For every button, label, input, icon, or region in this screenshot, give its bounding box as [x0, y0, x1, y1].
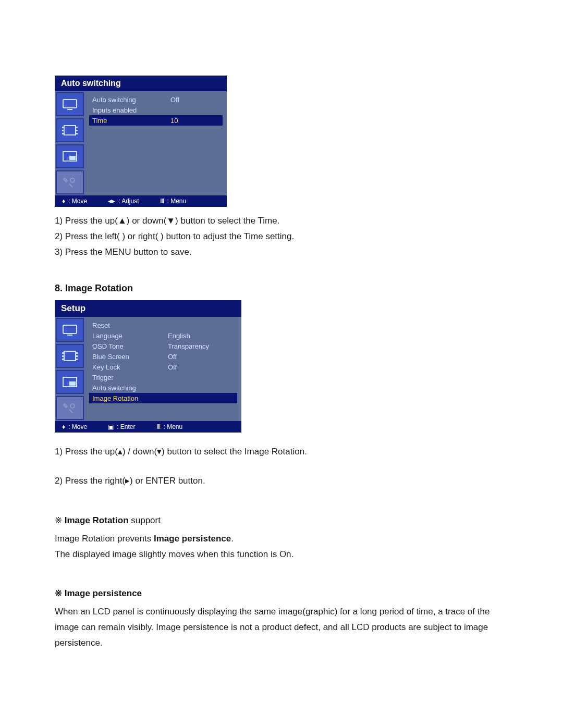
svg-rect-12: [67, 335, 72, 336]
menu-value: Off: [170, 96, 219, 104]
pip-icon: [62, 376, 78, 388]
footer-menu: : Menu: [164, 423, 183, 430]
monitor-icon: [62, 98, 78, 110]
svg-rect-19: [76, 359, 78, 360]
updown-icon: ♦: [62, 423, 65, 430]
section-heading: 8. Image Rotation: [55, 283, 511, 294]
menu-icon: Ⅲ: [160, 198, 164, 205]
svg-rect-10: [69, 156, 76, 160]
menu-row[interactable]: Key LockOff: [89, 362, 237, 372]
menu-row[interactable]: Auto switching: [89, 382, 237, 393]
menu-label: Inputs enabled: [92, 106, 170, 114]
footer-enter: : Enter: [117, 423, 135, 430]
note-prefix: ※: [55, 515, 65, 525]
menu-label: Trigger: [92, 374, 168, 381]
svg-rect-5: [62, 133, 64, 134]
note-body: When an LCD panel is continuously displa…: [55, 604, 511, 650]
instruction-line: 2) Press the right(▸) or ENTER button.: [55, 473, 511, 489]
osd-tab-pip[interactable]: [56, 370, 84, 394]
menu-row[interactable]: Image Rotation: [89, 393, 237, 403]
osd-menu-list: Auto switchingOff Inputs enabled Time10: [85, 91, 227, 195]
osd-tab-picture[interactable]: [56, 318, 84, 342]
instructions-block-1: 1) Press the up(▲) or down(▼) button to …: [55, 213, 511, 260]
osd-tab-setup[interactable]: [56, 396, 84, 420]
footer-move: : Move: [68, 198, 87, 205]
svg-rect-3: [62, 127, 64, 128]
instruction-line: 1) Press the up(▲) or down(▼) button to …: [55, 213, 511, 229]
osd-tab-video[interactable]: [56, 118, 84, 142]
menu-label: OSD Tone: [92, 342, 168, 350]
note-suffix: support: [129, 515, 161, 525]
osd-footer: ♦: Move ◀▶: Adjust Ⅲ: Menu: [55, 195, 227, 207]
updown-icon: ♦: [62, 198, 65, 205]
note-body: Image Rotation prevents Image persistenc…: [55, 531, 511, 562]
osd-sidebar: [55, 317, 85, 421]
footer-menu: : Menu: [167, 198, 187, 205]
menu-row[interactable]: Time10: [89, 115, 223, 126]
menu-value: Off: [168, 363, 234, 371]
footer-move: : Move: [68, 423, 87, 430]
svg-rect-7: [76, 130, 78, 131]
osd-tab-setup[interactable]: [56, 170, 84, 194]
tools-icon: [62, 177, 78, 188]
menu-label: Blue Screen: [92, 353, 168, 361]
menu-label: Image Rotation: [92, 394, 168, 402]
menu-row[interactable]: Blue ScreenOff: [89, 351, 237, 362]
svg-rect-2: [64, 126, 76, 135]
osd-footer: ♦: Move ▣: Enter Ⅲ: Menu: [55, 421, 241, 433]
osd-tab-video[interactable]: [56, 344, 84, 368]
note-text: When an LCD panel is continuously displa…: [55, 604, 511, 650]
pip-icon: [62, 151, 78, 162]
menu-icon: Ⅲ: [156, 423, 161, 430]
tools-icon: [62, 402, 78, 414]
note-text: The displayed image slightly moves when …: [55, 547, 511, 562]
menu-label: Language: [92, 332, 168, 340]
menu-label: Auto switching: [92, 96, 170, 104]
osd-setup: Setup Reset LanguageEnglish OSD To: [55, 300, 241, 433]
note-bold: ※ Image persistence: [55, 588, 142, 598]
osd-auto-switching: Auto switching Auto switchingOff Inputs …: [55, 76, 227, 207]
film-icon: [62, 125, 78, 136]
svg-rect-4: [62, 130, 64, 131]
osd-tab-picture[interactable]: [56, 92, 84, 116]
svg-rect-1: [67, 109, 72, 110]
svg-rect-15: [62, 355, 64, 357]
svg-rect-18: [76, 355, 78, 357]
footer-adjust: : Adjust: [118, 198, 139, 205]
note-bold: Image Rotation: [65, 515, 129, 525]
note-text: Image Rotation prevents: [55, 534, 154, 544]
instruction-line: 3) Press the MENU button to save.: [55, 244, 511, 260]
menu-row[interactable]: Auto switchingOff: [89, 94, 223, 105]
note-heading: ※ Image Rotation support: [55, 515, 511, 526]
monitor-icon: [62, 324, 78, 336]
square-icon: ▣: [108, 423, 114, 430]
menu-label: Reset: [92, 322, 168, 329]
film-icon: [62, 350, 78, 362]
menu-row[interactable]: Reset: [89, 320, 237, 330]
menu-label: Key Lock: [92, 363, 168, 371]
menu-row[interactable]: Trigger: [89, 372, 237, 382]
svg-rect-16: [62, 359, 64, 360]
svg-rect-21: [69, 381, 76, 386]
svg-rect-17: [76, 352, 78, 354]
menu-label: Auto switching: [92, 384, 168, 392]
menu-label: Time: [92, 117, 170, 125]
osd-title: Setup: [55, 300, 241, 317]
note-text: .: [231, 534, 234, 544]
menu-row[interactable]: LanguageEnglish: [89, 330, 237, 341]
svg-rect-14: [62, 352, 64, 354]
menu-value: Transparency: [168, 342, 234, 350]
instructions-block-2: 1) Press the up(▴) / down(▾) button to s…: [55, 444, 511, 489]
osd-tab-pip[interactable]: [56, 144, 84, 168]
svg-rect-11: [63, 325, 77, 334]
svg-rect-0: [63, 100, 77, 108]
note-bold: Image persistence: [154, 534, 231, 544]
menu-value: Off: [168, 353, 234, 361]
note-heading: ※ Image persistence: [55, 588, 511, 599]
menu-row[interactable]: Inputs enabled: [89, 105, 223, 115]
menu-row[interactable]: OSD ToneTransparency: [89, 341, 237, 351]
svg-rect-8: [76, 133, 78, 134]
osd-menu-list: Reset LanguageEnglish OSD ToneTransparen…: [85, 317, 241, 421]
menu-value: English: [168, 332, 234, 340]
menu-value: 10: [170, 117, 219, 125]
